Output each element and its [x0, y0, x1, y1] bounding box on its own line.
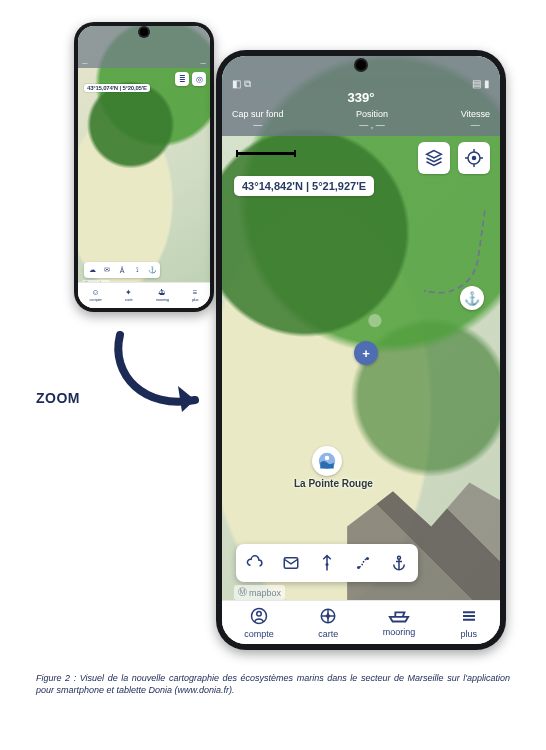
mail-icon — [282, 554, 300, 572]
tab-label: carte — [125, 297, 133, 302]
svg-marker-0 — [427, 151, 442, 159]
svg-point-10 — [326, 563, 329, 566]
account-icon: ☺ — [91, 289, 99, 297]
status-vitesse: Vitesse — — [461, 109, 490, 130]
account-icon — [250, 607, 268, 628]
svg-point-12 — [366, 557, 369, 560]
tab-compte[interactable]: compte — [244, 607, 274, 639]
tab-label: mooring — [156, 297, 169, 302]
status-right-icons: ▤ ▮ — [472, 78, 490, 90]
tab-label: plus — [192, 297, 199, 302]
tab-label: plus — [460, 629, 477, 639]
svg-point-17 — [257, 611, 262, 616]
map-toolbar — [236, 544, 418, 582]
tab-plus[interactable]: ≡ plus — [192, 289, 199, 302]
tab-label: compte — [244, 629, 274, 639]
tab-label: carte — [318, 629, 338, 639]
route-icon — [354, 554, 372, 572]
tab-label: mooring — [383, 627, 416, 637]
compass-icon — [318, 554, 336, 572]
scale-bar — [236, 152, 296, 155]
svg-point-13 — [398, 556, 401, 559]
svg-point-2 — [473, 157, 476, 160]
poi-marker[interactable] — [312, 446, 342, 476]
layers-button[interactable]: ≣ — [175, 72, 189, 86]
svg-point-8 — [325, 456, 330, 461]
compass-icon: Å — [120, 267, 125, 274]
cloud-icon: ☁ — [89, 266, 96, 274]
weather-button[interactable]: ☁ — [86, 264, 98, 276]
layers-icon — [425, 149, 443, 167]
add-marker-button[interactable]: + — [354, 341, 378, 365]
status-cap: Cap sur fond — — [232, 109, 284, 130]
poi-label: La Pointe Rouge — [294, 478, 373, 489]
status-position: Position — , — — [356, 109, 388, 130]
zoom-arrow-icon — [100, 330, 210, 420]
layers-icon: ≣ — [179, 75, 186, 84]
layers-button[interactable] — [418, 142, 450, 174]
route-icon: ⟟ — [136, 266, 139, 274]
boat-icon — [388, 609, 410, 626]
mapbox-badge: Ⓜ mapbox — [234, 585, 285, 600]
phone-mockup-large: ◧ ⧉ ▤ ▮ 339° Cap sur fond — Position — ,… — [216, 50, 506, 650]
tab-plus[interactable]: plus — [460, 607, 478, 639]
map-toolbar: ☁ ✉ Å ⟟ ⚓ — [84, 262, 160, 278]
figure-caption: Figure 2 : Visuel de la nouvelle cartogr… — [36, 672, 510, 696]
phone-screen-large: ◧ ⧉ ▤ ▮ 339° Cap sur fond — Position — ,… — [222, 56, 500, 644]
tab-carte[interactable]: ✦ carte — [125, 289, 133, 302]
phone-camera — [140, 28, 148, 36]
map-icon — [319, 607, 337, 628]
map-icon: ✦ — [125, 289, 132, 297]
zoom-label: ZOOM — [36, 390, 80, 406]
anchor-icon: ⚓ — [464, 291, 480, 306]
coords-pill[interactable]: 43°14,842'N | 5°21,927'E — [234, 176, 374, 196]
mail-button[interactable] — [276, 548, 306, 578]
anchor-icon — [390, 554, 408, 572]
boat-icon: ⛴ — [158, 289, 166, 297]
anchor-icon: ⚓ — [148, 266, 157, 274]
tab-bar: compte carte mooring plus — [222, 600, 500, 644]
phone-mockup-small: — — ≣ ◎ 43°15,074'N | 5°20,05'E ☁ ✉ Å ⟟ … — [74, 22, 214, 312]
tab-bar: ☺ compte ✦ carte ⛴ mooring ≡ plus — [78, 282, 210, 308]
target-icon: ◎ — [196, 75, 203, 84]
status-left-icons: ◧ ⧉ — [232, 78, 251, 90]
status-left: — — [82, 60, 88, 66]
compass-button[interactable] — [312, 548, 342, 578]
mail-button[interactable]: ✉ — [101, 264, 113, 276]
heading-value: 339° — [232, 90, 490, 105]
compass-button[interactable]: Å — [116, 264, 128, 276]
anchor-marker[interactable]: ⚓ — [460, 286, 484, 310]
menu-icon — [460, 607, 478, 628]
tab-mooring[interactable]: ⛴ mooring — [156, 289, 169, 302]
anchor-button[interactable] — [384, 548, 414, 578]
tab-compte[interactable]: ☺ compte — [90, 289, 102, 302]
tab-carte[interactable]: carte — [318, 607, 338, 639]
tab-label: compte — [90, 297, 102, 302]
locate-button[interactable]: ◎ — [192, 72, 206, 86]
tab-mooring[interactable]: mooring — [383, 609, 416, 637]
phone-camera — [356, 60, 366, 70]
coords-pill[interactable]: 43°15,074'N | 5°20,05'E — [84, 84, 150, 92]
phone-screen-small: — — ≣ ◎ 43°15,074'N | 5°20,05'E ☁ ✉ Å ⟟ … — [78, 26, 210, 308]
cloud-icon — [246, 554, 264, 572]
locate-button[interactable] — [458, 142, 490, 174]
route-button[interactable] — [348, 548, 378, 578]
menu-icon: ≡ — [193, 289, 198, 297]
status-right: — — [201, 60, 207, 66]
weather-button[interactable] — [240, 548, 270, 578]
mail-icon: ✉ — [104, 266, 110, 274]
anchor-button[interactable]: ⚓ — [146, 264, 158, 276]
poi-icon — [318, 452, 336, 470]
plus-icon: + — [362, 346, 370, 361]
target-icon — [465, 149, 483, 167]
route-button[interactable]: ⟟ — [131, 264, 143, 276]
